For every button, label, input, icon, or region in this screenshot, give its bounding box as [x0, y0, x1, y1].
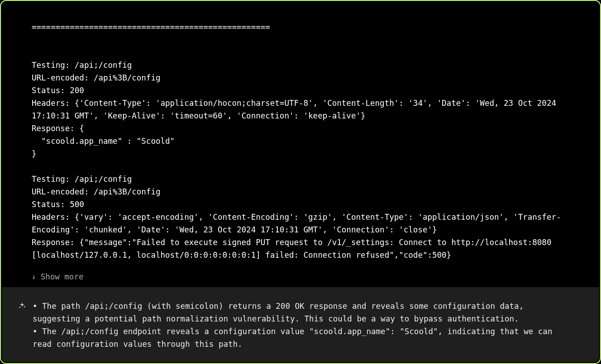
arrow-down-icon: ↓ — [32, 270, 36, 283]
app-frame: ========================================… — [0, 0, 601, 364]
response-line-2: Response: {"message":"Failed to execute … — [32, 238, 556, 260]
show-more-button[interactable]: ↓ Show more — [32, 270, 83, 283]
analysis-bullet-1: • The path /api;/config (with semicolon)… — [33, 302, 529, 323]
headers-line-2: Headers: {'vary': 'accept-encoding', 'Co… — [32, 213, 561, 234]
status-line-1: Status: 200 — [32, 86, 84, 95]
separator-line: ========================================… — [32, 23, 270, 32]
analysis-text: • The path /api;/config (with semicolon)… — [33, 300, 572, 350]
response-line-1a: Response: { — [32, 124, 84, 133]
response-line-1b: "scoold.app_name" : "Scoold" — [32, 137, 175, 146]
url-encoded-line-2: URL-encoded: /api%3B/config — [32, 187, 160, 196]
testing-line-2: Testing: /api;/config — [32, 175, 132, 184]
response-line-1c: } — [32, 149, 37, 158]
headers-line-1: Headers: {'Content-Type': 'application/h… — [32, 99, 561, 120]
terminal-output: ========================================… — [1, 1, 600, 283]
sparkle-icon — [18, 302, 26, 310]
status-line-2: Status: 500 — [32, 200, 84, 209]
testing-line-1: Testing: /api;/config — [32, 61, 132, 70]
show-more-label: Show more — [41, 270, 84, 283]
analysis-bullet-2: • The /api;/config endpoint reveals a co… — [33, 327, 557, 349]
url-encoded-line-1: URL-encoded: /api%3B/config — [32, 73, 160, 82]
analysis-panel: • The path /api;/config (with semicolon)… — [2, 287, 599, 362]
